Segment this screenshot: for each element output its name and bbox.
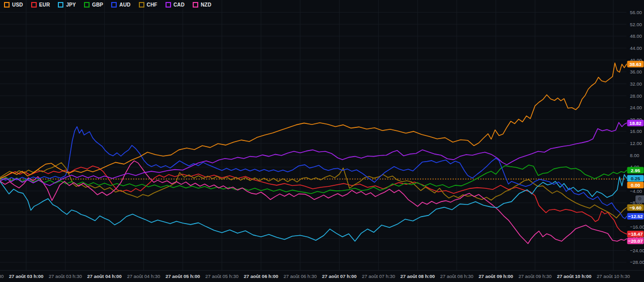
time-tick-label: 27 août 08 h:00 — [400, 273, 435, 279]
legend-label-gbp: GBP — [92, 2, 103, 8]
legend-label-chf: CHF — [147, 2, 157, 8]
time-tick-label: 27 août 10 h:30 — [597, 273, 630, 279]
gear-icon: ⚙ — [637, 195, 641, 203]
price-tick-label: 32.00 — [630, 81, 642, 87]
price-scale-settings-button[interactable]: ⚙ — [635, 195, 644, 203]
time-tick-label: 27 août 03 h:30 — [49, 273, 82, 279]
price-badge-value: −9.60 — [629, 205, 641, 210]
nzd-color-swatch-icon — [193, 2, 198, 8]
time-tick-label: 27 août 03 h:00 — [9, 273, 44, 279]
time-tick-label: 27 août 04 h:00 — [87, 273, 122, 279]
time-tick-label: 27 août 05 h:30 — [205, 273, 238, 279]
chart-plot-area[interactable]: 56.0052.0048.0044.0040.0036.0032.0028.00… — [0, 0, 644, 282]
price-tick-label: 24.00 — [630, 105, 642, 110]
price-tick-label: 8.00 — [630, 153, 639, 158]
time-tick-label: 27 août 07 h:30 — [362, 273, 395, 279]
legend-item-aud[interactable]: AUD — [110, 2, 131, 8]
currency-strength-chart: 56.0052.0048.0044.0040.0036.0032.0028.00… — [0, 0, 644, 282]
legend-item-cad[interactable]: CAD — [165, 2, 186, 8]
legend-label-eur: EUR — [39, 2, 50, 8]
usd-color-swatch-icon — [4, 2, 10, 8]
price-tick-label: 52.00 — [630, 22, 642, 27]
time-tick-label: 27 août 02 h:30 — [0, 273, 4, 279]
time-tick-label: 27 août 09 h:30 — [518, 273, 551, 279]
legend-label-nzd: NZD — [201, 2, 211, 8]
price-badge-value: −12.52 — [628, 214, 642, 219]
time-tick-label: 27 août 05 h:00 — [166, 273, 200, 279]
legend-item-nzd[interactable]: NZD — [192, 2, 212, 8]
price-tick-label: −28.00 — [630, 259, 644, 265]
time-scale[interactable]: 27 août 02 h:3027 août 03 h:0027 août 03… — [0, 273, 630, 279]
price-tick-label: 12.00 — [630, 140, 642, 146]
legend-label-cad: CAD — [174, 2, 185, 8]
price-badge-value: 0.25 — [631, 176, 640, 181]
time-tick-label: 27 août 04 h:30 — [127, 273, 160, 279]
price-tick-label: −16.00 — [630, 224, 644, 230]
price-tick-label: 16.00 — [630, 128, 642, 134]
gbp-color-swatch-icon — [84, 2, 90, 8]
price-badge-value: 38.63 — [629, 61, 641, 67]
time-tick-label: 27 août 06 h:30 — [284, 273, 317, 279]
price-badge-value: −18.47 — [628, 231, 642, 237]
legend-item-eur[interactable]: EUR — [30, 2, 51, 8]
price-tick-label: 44.00 — [630, 45, 642, 51]
price-tick-label: 36.00 — [630, 69, 642, 75]
legend-item-usd[interactable]: USD — [3, 2, 24, 8]
chart-background — [0, 0, 644, 282]
price-badge-value: 18.82 — [629, 120, 641, 126]
jpy-color-swatch-icon — [58, 2, 63, 8]
chf-color-swatch-icon — [139, 2, 144, 8]
eur-color-swatch-icon — [31, 2, 37, 8]
time-tick-label: 27 août 08 h:30 — [440, 273, 473, 279]
price-tick-label: 56.00 — [630, 10, 642, 15]
chart-legend: USD EUR JPY GBP AUD CHF CAD NZD — [3, 2, 212, 8]
legend-item-chf[interactable]: CHF — [138, 2, 158, 8]
time-tick-label: 27 août 10 h:00 — [557, 273, 592, 279]
legend-label-jpy: JPY — [66, 2, 76, 8]
price-tick-label: −24.00 — [630, 248, 644, 253]
time-tick-label: 27 août 07 h:00 — [322, 273, 357, 279]
cad-color-swatch-icon — [166, 2, 171, 8]
time-tick-label: 27 août 06 h:00 — [244, 273, 278, 279]
price-badge-value: −20.07 — [628, 238, 642, 244]
aud-color-swatch-icon — [111, 2, 117, 8]
legend-item-jpy[interactable]: JPY — [57, 2, 77, 8]
legend-label-usd: USD — [12, 2, 23, 8]
price-tick-label: −4.00 — [630, 188, 642, 194]
price-badge-value: 0.00 — [631, 182, 640, 188]
price-badge-value: 2.95 — [631, 168, 640, 173]
time-tick-label: 27 août 09 h:00 — [478, 273, 513, 279]
legend-item-gbp[interactable]: GBP — [83, 2, 104, 8]
legend-label-aud: AUD — [119, 2, 130, 8]
price-tick-label: 48.00 — [630, 33, 642, 39]
price-tick-label: 28.00 — [630, 93, 642, 99]
